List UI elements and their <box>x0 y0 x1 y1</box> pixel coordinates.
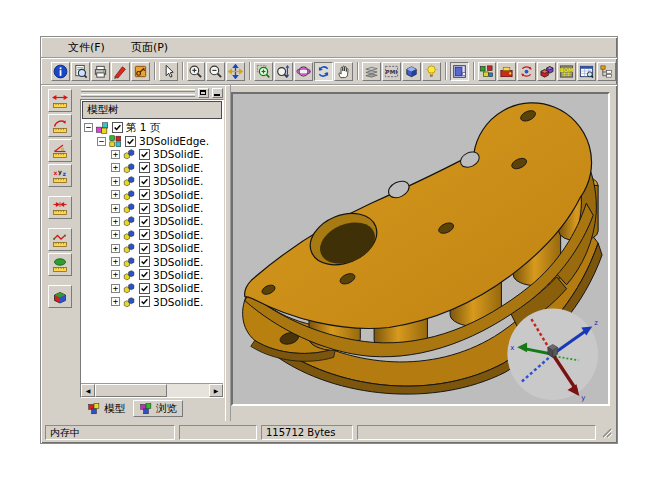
orbit-center-button[interactable] <box>517 62 536 81</box>
tree-label[interactable]: 3DSolidEdge. <box>139 135 209 147</box>
tree-label[interactable]: 3DSolidE. <box>153 162 203 174</box>
print-button[interactable] <box>91 62 110 81</box>
measure-angle-button[interactable]: θ <box>48 139 72 162</box>
tree-expander[interactable]: − <box>97 137 106 146</box>
tree-label[interactable]: 3DSolidE. <box>153 229 203 241</box>
tree-expander[interactable]: + <box>111 177 120 186</box>
protect-key-button[interactable] <box>131 62 150 81</box>
tree-checkbox[interactable] <box>139 149 150 160</box>
tree-label[interactable]: 3DSolidE. <box>153 242 203 254</box>
views-manager-button[interactable] <box>450 62 469 81</box>
tree-expander[interactable]: + <box>111 230 120 239</box>
panel-minimize-button[interactable] <box>212 88 223 98</box>
tree-label[interactable]: 3DSolidE. <box>153 189 203 201</box>
tree-checkbox[interactable] <box>112 122 123 133</box>
tree-expander[interactable]: + <box>111 284 120 293</box>
tree-checkbox[interactable] <box>139 243 150 254</box>
zoom-out-button[interactable] <box>206 62 225 81</box>
tree-checkbox[interactable] <box>139 203 150 214</box>
snapshot-button[interactable] <box>497 62 516 81</box>
rotate-orbit-button[interactable] <box>294 62 313 81</box>
panel-grip[interactable] <box>81 89 195 97</box>
tree-label[interactable]: 3DSolidE. <box>153 175 203 187</box>
tree-label[interactable]: 3DSolidE. <box>153 202 203 214</box>
pan-hand-button[interactable] <box>334 62 353 81</box>
panel-maximize-button[interactable] <box>198 88 209 98</box>
info-button[interactable] <box>51 62 70 81</box>
status-panel-3: 115712 Bytes <box>261 425 353 440</box>
report-table-button[interactable] <box>577 62 596 81</box>
tree-checkbox[interactable] <box>139 283 150 294</box>
tree-checkbox[interactable] <box>125 136 136 147</box>
status-bar: 内存中115712 Bytes <box>41 421 617 443</box>
measure-distance-button[interactable] <box>48 89 72 112</box>
zoom-window-button[interactable] <box>254 62 273 81</box>
tree-label[interactable]: 第 1 页 <box>126 121 160 135</box>
measure-area-button[interactable] <box>48 253 72 276</box>
tree-expander[interactable]: + <box>111 270 120 279</box>
tree-expander[interactable]: + <box>111 244 120 253</box>
pmi-button[interactable]: PMI <box>382 62 401 81</box>
scroll-right-button[interactable]: ▶ <box>209 384 223 397</box>
tree-label[interactable]: 3DSolidE. <box>153 148 203 160</box>
tree-label[interactable]: 3DSolidE. <box>153 282 203 294</box>
tree-checkbox[interactable] <box>139 229 150 240</box>
tree-expander[interactable]: + <box>111 217 120 226</box>
viewport-3d[interactable]: x y z <box>231 92 610 406</box>
refresh-button[interactable] <box>314 62 333 81</box>
tree-label[interactable]: 3DSolidE. <box>153 215 203 227</box>
tree-expander[interactable]: + <box>111 204 120 213</box>
structure-tree-button[interactable] <box>597 62 616 81</box>
tree-row-part-10: +3DSolidE. <box>81 268 223 281</box>
tree-expander[interactable]: + <box>111 190 120 199</box>
tree-expander[interactable]: − <box>84 123 93 132</box>
content-area: θxyz 模型树 −第 1 页−3DSolidEdge.+3DSolidE.+3… <box>41 85 617 421</box>
tree-checkbox[interactable] <box>139 256 150 267</box>
tree-expander[interactable]: + <box>111 150 120 159</box>
measure-gap-button[interactable] <box>48 196 72 219</box>
part-icon <box>122 295 137 309</box>
tree-label[interactable]: 3DSolidE. <box>153 296 203 308</box>
solid-box-button[interactable] <box>48 285 72 308</box>
pan-arrows-button[interactable] <box>226 62 245 81</box>
solids-button[interactable] <box>537 62 556 81</box>
tree-checkbox[interactable] <box>139 216 150 227</box>
tree-checkbox[interactable] <box>139 269 150 280</box>
zoom-in-button[interactable] <box>187 62 206 81</box>
markup-pen-button[interactable] <box>111 62 130 81</box>
tree-expander[interactable]: + <box>111 257 120 266</box>
select-arrow-icon <box>161 64 176 79</box>
svg-text:z: z <box>63 170 67 177</box>
menu-page[interactable]: 页面(P) <box>122 38 177 57</box>
scroll-left-button[interactable]: ◀ <box>81 384 95 397</box>
select-arrow-button[interactable] <box>159 62 178 81</box>
scroll-track[interactable] <box>167 384 209 397</box>
tree-checkbox[interactable] <box>139 176 150 187</box>
zoom-dynamic-button[interactable] <box>274 62 293 81</box>
tab-label: 浏览 <box>156 402 177 416</box>
tree-row-page: −第 1 页 <box>81 121 223 134</box>
tree-tabs: 模型浏览 <box>80 398 224 418</box>
tab-browse[interactable]: 浏览 <box>133 400 183 417</box>
tree-checkbox[interactable] <box>139 189 150 200</box>
tree-expander[interactable]: + <box>111 297 120 306</box>
tree-expander[interactable]: + <box>111 163 120 172</box>
tree-checkbox[interactable] <box>139 296 150 307</box>
measure-radius-button[interactable] <box>48 114 72 137</box>
tree-checkbox[interactable] <box>139 162 150 173</box>
box3d-button[interactable] <box>402 62 421 81</box>
measure-coordinate-button[interactable]: xyz <box>48 164 72 187</box>
tab-model[interactable]: 模型 <box>82 400 130 417</box>
measure-polyline-button[interactable] <box>48 228 72 251</box>
orbit-center-icon <box>519 64 534 79</box>
menu-file[interactable]: 文件(F) <box>59 38 114 57</box>
tree-label[interactable]: 3DSolidE. <box>153 269 203 281</box>
resize-grip[interactable] <box>600 426 613 439</box>
assembly-tree-button[interactable] <box>478 62 497 81</box>
print-preview-button[interactable] <box>71 62 90 81</box>
lightbulb-button[interactable] <box>422 62 441 81</box>
bom-button[interactable]: BOM <box>557 62 576 81</box>
scroll-thumb[interactable] <box>95 384 167 397</box>
tree-label[interactable]: 3DSolidE. <box>153 256 203 268</box>
layers-button[interactable] <box>362 62 381 81</box>
